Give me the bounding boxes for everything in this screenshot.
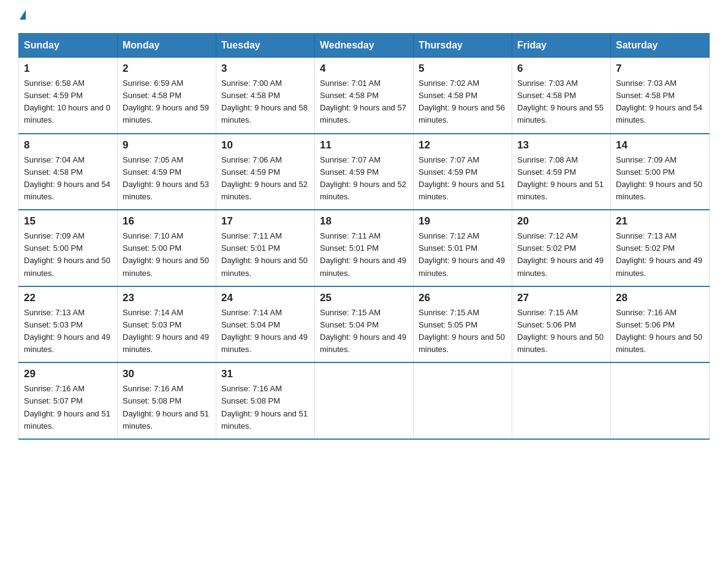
day-number: 20 [517, 215, 605, 228]
calendar-cell [414, 362, 512, 439]
day-number: 23 [123, 292, 211, 304]
day-number: 29 [24, 368, 112, 380]
day-number: 3 [221, 63, 309, 75]
day-info: Sunrise: 7:11 AMSunset: 5:01 PMDaylight:… [320, 230, 408, 280]
calendar-cell: 4Sunrise: 7:01 AMSunset: 4:58 PMDaylight… [315, 58, 414, 134]
calendar-cell: 30Sunrise: 7:16 AMSunset: 5:08 PMDayligh… [118, 362, 216, 439]
day-info: Sunrise: 7:01 AMSunset: 4:58 PMDaylight:… [320, 77, 408, 127]
calendar-cell: 6Sunrise: 7:03 AMSunset: 4:58 PMDaylight… [512, 58, 611, 134]
weekday-header-row: SundayMondayTuesdayWednesdayThursdayFrid… [19, 34, 710, 58]
day-info: Sunrise: 7:16 AMSunset: 5:08 PMDaylight:… [221, 383, 309, 432]
day-info: Sunrise: 7:00 AMSunset: 4:58 PMDaylight:… [221, 77, 309, 127]
weekday-header-tuesday: Tuesday [216, 34, 315, 58]
day-info: Sunrise: 7:09 AMSunset: 5:00 PMDaylight:… [24, 230, 112, 280]
logo-triangle-icon [20, 10, 26, 20]
day-number: 31 [221, 368, 309, 380]
calendar-cell: 16Sunrise: 7:10 AMSunset: 5:00 PMDayligh… [118, 210, 216, 286]
day-number: 5 [419, 63, 507, 75]
calendar-cell: 2Sunrise: 6:59 AMSunset: 4:58 PMDaylight… [118, 58, 216, 134]
day-number: 24 [221, 292, 309, 304]
day-info: Sunrise: 7:03 AMSunset: 4:58 PMDaylight:… [517, 77, 605, 127]
day-info: Sunrise: 7:15 AMSunset: 5:04 PMDaylight:… [320, 307, 408, 356]
calendar-cell [512, 362, 611, 439]
day-info: Sunrise: 7:13 AMSunset: 5:02 PMDaylight:… [616, 230, 704, 280]
day-info: Sunrise: 7:12 AMSunset: 5:02 PMDaylight:… [517, 230, 605, 280]
day-number: 12 [419, 139, 507, 151]
day-number: 14 [616, 139, 704, 151]
day-info: Sunrise: 7:07 AMSunset: 4:59 PMDaylight:… [320, 154, 408, 204]
calendar-cell: 9Sunrise: 7:05 AMSunset: 4:59 PMDaylight… [118, 134, 216, 210]
calendar-cell: 1Sunrise: 6:58 AMSunset: 4:59 PMDaylight… [19, 58, 118, 134]
weekday-header-saturday: Saturday [611, 34, 710, 58]
day-number: 8 [24, 139, 112, 151]
day-info: Sunrise: 6:59 AMSunset: 4:58 PMDaylight:… [123, 77, 211, 127]
calendar-cell [315, 362, 414, 439]
calendar-week-row: 1Sunrise: 6:58 AMSunset: 4:59 PMDaylight… [19, 58, 710, 134]
calendar-week-row: 29Sunrise: 7:16 AMSunset: 5:07 PMDayligh… [19, 362, 710, 439]
day-info: Sunrise: 7:15 AMSunset: 5:05 PMDaylight:… [419, 307, 507, 356]
calendar-week-row: 15Sunrise: 7:09 AMSunset: 5:00 PMDayligh… [19, 210, 710, 286]
day-number: 13 [517, 139, 605, 151]
day-info: Sunrise: 7:12 AMSunset: 5:01 PMDaylight:… [419, 230, 507, 280]
calendar-cell: 25Sunrise: 7:15 AMSunset: 5:04 PMDayligh… [315, 286, 414, 363]
calendar-cell: 27Sunrise: 7:15 AMSunset: 5:06 PMDayligh… [512, 286, 611, 363]
day-number: 27 [517, 292, 605, 304]
day-number: 18 [320, 215, 408, 228]
day-info: Sunrise: 7:16 AMSunset: 5:06 PMDaylight:… [616, 307, 704, 356]
day-info: Sunrise: 7:16 AMSunset: 5:08 PMDaylight:… [123, 383, 211, 432]
day-info: Sunrise: 7:11 AMSunset: 5:01 PMDaylight:… [221, 230, 309, 280]
day-number: 4 [320, 63, 408, 75]
day-info: Sunrise: 7:04 AMSunset: 4:58 PMDaylight:… [24, 154, 112, 204]
day-info: Sunrise: 7:14 AMSunset: 5:04 PMDaylight:… [221, 307, 309, 356]
day-number: 11 [320, 139, 408, 151]
day-info: Sunrise: 7:06 AMSunset: 4:59 PMDaylight:… [221, 154, 309, 204]
calendar-cell: 19Sunrise: 7:12 AMSunset: 5:01 PMDayligh… [414, 210, 512, 286]
day-info: Sunrise: 7:07 AMSunset: 4:59 PMDaylight:… [419, 154, 507, 204]
calendar-cell: 31Sunrise: 7:16 AMSunset: 5:08 PMDayligh… [216, 362, 315, 439]
day-number: 6 [517, 63, 605, 75]
weekday-header-wednesday: Wednesday [315, 34, 414, 58]
day-info: Sunrise: 7:08 AMSunset: 4:59 PMDaylight:… [517, 154, 605, 204]
calendar-cell: 12Sunrise: 7:07 AMSunset: 4:59 PMDayligh… [414, 134, 512, 210]
day-number: 9 [123, 139, 211, 151]
calendar-cell: 29Sunrise: 7:16 AMSunset: 5:07 PMDayligh… [19, 362, 118, 439]
day-info: Sunrise: 7:09 AMSunset: 5:00 PMDaylight:… [616, 154, 704, 204]
weekday-header-monday: Monday [118, 34, 216, 58]
calendar-cell: 24Sunrise: 7:14 AMSunset: 5:04 PMDayligh… [216, 286, 315, 363]
page-header [18, 12, 710, 22]
calendar-cell: 22Sunrise: 7:13 AMSunset: 5:03 PMDayligh… [19, 286, 118, 363]
calendar-cell: 3Sunrise: 7:00 AMSunset: 4:58 PMDaylight… [216, 58, 315, 134]
day-number: 1 [24, 63, 112, 75]
day-number: 19 [419, 215, 507, 228]
weekday-header-sunday: Sunday [19, 34, 118, 58]
day-info: Sunrise: 7:03 AMSunset: 4:58 PMDaylight:… [616, 77, 704, 127]
day-number: 25 [320, 292, 408, 304]
calendar-cell: 18Sunrise: 7:11 AMSunset: 5:01 PMDayligh… [315, 210, 414, 286]
calendar-cell: 7Sunrise: 7:03 AMSunset: 4:58 PMDaylight… [611, 58, 710, 134]
calendar-cell: 13Sunrise: 7:08 AMSunset: 4:59 PMDayligh… [512, 134, 611, 210]
weekday-header-thursday: Thursday [414, 34, 512, 58]
day-number: 7 [616, 63, 704, 75]
day-number: 22 [24, 292, 112, 304]
day-number: 16 [123, 215, 211, 228]
calendar-cell: 26Sunrise: 7:15 AMSunset: 5:05 PMDayligh… [414, 286, 512, 363]
weekday-header-friday: Friday [512, 34, 611, 58]
day-info: Sunrise: 7:16 AMSunset: 5:07 PMDaylight:… [24, 383, 112, 432]
logo [18, 12, 26, 22]
day-info: Sunrise: 7:13 AMSunset: 5:03 PMDaylight:… [24, 307, 112, 356]
day-number: 30 [123, 368, 211, 380]
calendar-cell: 23Sunrise: 7:14 AMSunset: 5:03 PMDayligh… [118, 286, 216, 363]
day-number: 10 [221, 139, 309, 151]
day-number: 21 [616, 215, 704, 228]
calendar-week-row: 8Sunrise: 7:04 AMSunset: 4:58 PMDaylight… [19, 134, 710, 210]
calendar-table: SundayMondayTuesdayWednesdayThursdayFrid… [18, 33, 710, 440]
day-info: Sunrise: 7:14 AMSunset: 5:03 PMDaylight:… [123, 307, 211, 356]
calendar-cell: 21Sunrise: 7:13 AMSunset: 5:02 PMDayligh… [611, 210, 710, 286]
calendar-cell: 10Sunrise: 7:06 AMSunset: 4:59 PMDayligh… [216, 134, 315, 210]
calendar-cell: 17Sunrise: 7:11 AMSunset: 5:01 PMDayligh… [216, 210, 315, 286]
day-number: 2 [123, 63, 211, 75]
calendar-cell [611, 362, 710, 439]
calendar-cell: 5Sunrise: 7:02 AMSunset: 4:58 PMDaylight… [414, 58, 512, 134]
day-number: 15 [24, 215, 112, 228]
calendar-cell: 8Sunrise: 7:04 AMSunset: 4:58 PMDaylight… [19, 134, 118, 210]
